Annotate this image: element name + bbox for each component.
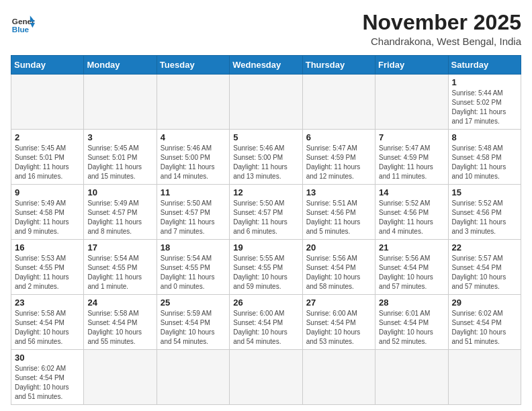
day-number: 3: [87, 132, 152, 142]
day-info: Sunrise: 5:54 AM Sunset: 4:55 PM Dayligh…: [87, 254, 152, 291]
calendar-week-row: 1Sunrise: 5:44 AM Sunset: 5:02 PM Daylig…: [11, 75, 521, 130]
day-info: Sunrise: 5:46 AM Sunset: 5:00 PM Dayligh…: [161, 144, 226, 181]
day-info: Sunrise: 5:51 AM Sunset: 4:56 PM Dayligh…: [306, 199, 371, 236]
calendar-day-cell: 24Sunrise: 5:58 AM Sunset: 4:54 PM Dayli…: [84, 295, 157, 350]
calendar-week-row: 23Sunrise: 5:58 AM Sunset: 4:54 PM Dayli…: [11, 295, 521, 350]
day-number: 5: [233, 132, 298, 142]
day-info: Sunrise: 6:01 AM Sunset: 4:54 PM Dayligh…: [379, 309, 444, 347]
day-info: Sunrise: 6:02 AM Sunset: 4:54 PM Dayligh…: [452, 309, 517, 347]
day-info: Sunrise: 5:47 AM Sunset: 4:59 PM Dayligh…: [306, 144, 371, 181]
calendar-day-cell: 1Sunrise: 5:44 AM Sunset: 5:02 PM Daylig…: [448, 75, 521, 130]
calendar-day-cell: 7Sunrise: 5:47 AM Sunset: 4:59 PM Daylig…: [375, 130, 448, 185]
calendar-day-cell: [230, 75, 302, 130]
day-info: Sunrise: 5:47 AM Sunset: 4:59 PM Dayligh…: [379, 144, 444, 181]
calendar-day-cell: 29Sunrise: 6:02 AM Sunset: 4:54 PM Dayli…: [448, 295, 521, 350]
calendar-day-cell: 16Sunrise: 5:53 AM Sunset: 4:55 PM Dayli…: [11, 240, 84, 295]
day-number: 16: [15, 242, 80, 253]
logo-icon: General Blue: [11, 11, 35, 35]
calendar-day-cell: 13Sunrise: 5:51 AM Sunset: 4:56 PM Dayli…: [302, 185, 375, 240]
day-info: Sunrise: 5:52 AM Sunset: 4:56 PM Dayligh…: [379, 199, 444, 236]
day-number: 14: [379, 187, 444, 197]
day-number: 29: [452, 298, 517, 308]
calendar-day-cell: [84, 75, 157, 130]
calendar-day-cell: 14Sunrise: 5:52 AM Sunset: 4:56 PM Dayli…: [375, 185, 448, 240]
day-number: 20: [306, 242, 371, 253]
weekday-header-friday: Friday: [375, 56, 448, 75]
calendar-day-cell: [157, 350, 229, 405]
calendar-day-cell: [375, 75, 448, 130]
svg-text:Blue: Blue: [12, 25, 30, 34]
day-number: 18: [161, 242, 226, 253]
day-number: 19: [233, 242, 298, 253]
calendar-week-row: 9Sunrise: 5:49 AM Sunset: 4:58 PM Daylig…: [11, 185, 521, 240]
calendar-day-cell: 30Sunrise: 6:02 AM Sunset: 4:54 PM Dayli…: [11, 350, 84, 405]
day-info: Sunrise: 5:59 AM Sunset: 4:54 PM Dayligh…: [161, 309, 226, 347]
day-info: Sunrise: 5:49 AM Sunset: 4:58 PM Dayligh…: [15, 199, 80, 236]
day-number: 8: [452, 132, 517, 142]
day-number: 30: [15, 353, 80, 363]
logo: General Blue: [11, 11, 35, 35]
location-subtitle: Chandrakona, West Bengal, India: [362, 36, 521, 47]
weekday-header-saturday: Saturday: [448, 56, 521, 75]
day-info: Sunrise: 5:54 AM Sunset: 4:55 PM Dayligh…: [161, 254, 226, 291]
calendar-day-cell: 28Sunrise: 6:01 AM Sunset: 4:54 PM Dayli…: [375, 295, 448, 350]
day-number: 27: [306, 298, 371, 308]
calendar-day-cell: [11, 75, 84, 130]
day-number: 6: [306, 132, 371, 142]
day-info: Sunrise: 5:48 AM Sunset: 4:58 PM Dayligh…: [452, 144, 517, 181]
day-number: 11: [161, 187, 226, 197]
day-number: 7: [379, 132, 444, 142]
calendar-table: SundayMondayTuesdayWednesdayThursdayFrid…: [11, 55, 521, 405]
day-info: Sunrise: 5:58 AM Sunset: 4:54 PM Dayligh…: [87, 309, 152, 347]
calendar-day-cell: 21Sunrise: 5:56 AM Sunset: 4:54 PM Dayli…: [375, 240, 448, 295]
day-number: 26: [233, 298, 298, 308]
day-info: Sunrise: 5:56 AM Sunset: 4:54 PM Dayligh…: [306, 254, 371, 291]
calendar-day-cell: 18Sunrise: 5:54 AM Sunset: 4:55 PM Dayli…: [157, 240, 229, 295]
calendar-day-cell: 26Sunrise: 6:00 AM Sunset: 4:54 PM Dayli…: [230, 295, 302, 350]
day-number: 28: [379, 298, 444, 308]
day-number: 22: [452, 242, 517, 253]
day-number: 24: [87, 298, 152, 308]
weekday-header-monday: Monday: [84, 56, 157, 75]
day-info: Sunrise: 6:00 AM Sunset: 4:54 PM Dayligh…: [233, 309, 298, 347]
day-info: Sunrise: 5:53 AM Sunset: 4:55 PM Dayligh…: [15, 254, 80, 291]
weekday-header-sunday: Sunday: [11, 56, 84, 75]
calendar-day-cell: 3Sunrise: 5:45 AM Sunset: 5:01 PM Daylig…: [84, 130, 157, 185]
calendar-week-row: 2Sunrise: 5:45 AM Sunset: 5:01 PM Daylig…: [11, 130, 521, 185]
weekday-header-row: SundayMondayTuesdayWednesdayThursdayFrid…: [11, 56, 521, 75]
day-number: 9: [15, 187, 80, 197]
day-number: 23: [15, 298, 80, 308]
title-area: November 2025 Chandrakona, West Bengal, …: [362, 11, 521, 47]
day-number: 13: [306, 187, 371, 197]
calendar-day-cell: [302, 350, 375, 405]
calendar-day-cell: 17Sunrise: 5:54 AM Sunset: 4:55 PM Dayli…: [84, 240, 157, 295]
calendar-day-cell: 15Sunrise: 5:52 AM Sunset: 4:56 PM Dayli…: [448, 185, 521, 240]
day-number: 12: [233, 187, 298, 197]
calendar-day-cell: 9Sunrise: 5:49 AM Sunset: 4:58 PM Daylig…: [11, 185, 84, 240]
calendar-day-cell: 11Sunrise: 5:50 AM Sunset: 4:57 PM Dayli…: [157, 185, 229, 240]
day-info: Sunrise: 5:50 AM Sunset: 4:57 PM Dayligh…: [233, 199, 298, 236]
calendar-day-cell: 22Sunrise: 5:57 AM Sunset: 4:54 PM Dayli…: [448, 240, 521, 295]
weekday-header-wednesday: Wednesday: [230, 56, 302, 75]
calendar-day-cell: [230, 350, 302, 405]
calendar-day-cell: 6Sunrise: 5:47 AM Sunset: 4:59 PM Daylig…: [302, 130, 375, 185]
day-number: 21: [379, 242, 444, 253]
day-info: Sunrise: 5:57 AM Sunset: 4:54 PM Dayligh…: [452, 254, 517, 291]
weekday-header-tuesday: Tuesday: [157, 56, 229, 75]
calendar-day-cell: 10Sunrise: 5:49 AM Sunset: 4:57 PM Dayli…: [84, 185, 157, 240]
weekday-header-thursday: Thursday: [302, 56, 375, 75]
calendar-day-cell: 5Sunrise: 5:46 AM Sunset: 5:00 PM Daylig…: [230, 130, 302, 185]
calendar-day-cell: 25Sunrise: 5:59 AM Sunset: 4:54 PM Dayli…: [157, 295, 229, 350]
day-number: 15: [452, 187, 517, 197]
day-info: Sunrise: 6:02 AM Sunset: 4:54 PM Dayligh…: [15, 364, 80, 402]
calendar-day-cell: 20Sunrise: 5:56 AM Sunset: 4:54 PM Dayli…: [302, 240, 375, 295]
day-info: Sunrise: 5:45 AM Sunset: 5:01 PM Dayligh…: [87, 144, 152, 181]
calendar-day-cell: [302, 75, 375, 130]
day-info: Sunrise: 5:49 AM Sunset: 4:57 PM Dayligh…: [87, 199, 152, 236]
month-title: November 2025: [362, 11, 521, 34]
day-number: 2: [15, 132, 80, 142]
day-number: 4: [161, 132, 226, 142]
calendar-day-cell: [375, 350, 448, 405]
day-info: Sunrise: 5:44 AM Sunset: 5:02 PM Dayligh…: [452, 89, 517, 126]
day-number: 25: [161, 298, 226, 308]
